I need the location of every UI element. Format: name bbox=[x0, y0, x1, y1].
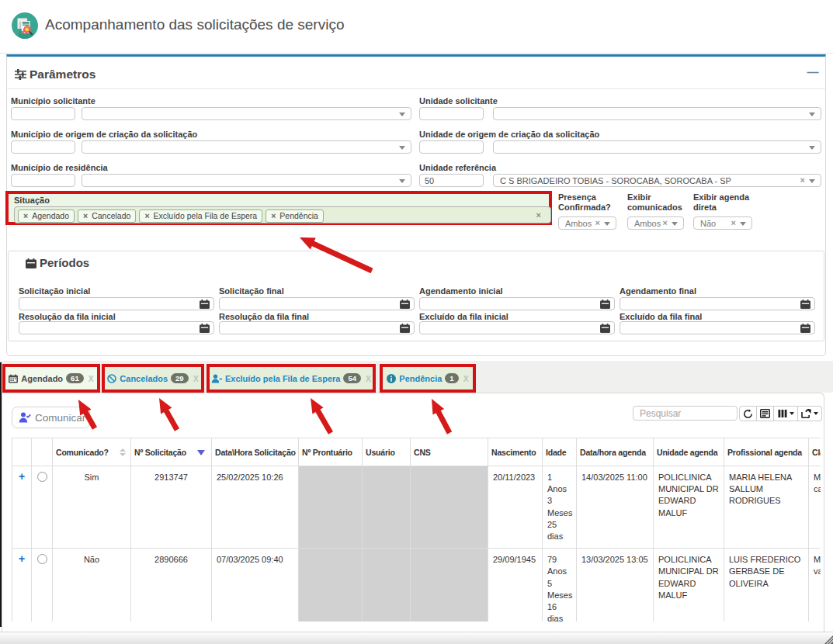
situacao-multiselect[interactable]: ×Agendado ×Cancelado ×Excluído pela Fila… bbox=[14, 206, 551, 223]
service-monitoring-icon bbox=[12, 12, 38, 39]
bottom-scrollbar-track[interactable] bbox=[0, 632, 833, 644]
clear-icon[interactable]: × bbox=[663, 218, 668, 227]
cell-idade: 79 Anos 5 Meses 16 dias bbox=[543, 549, 577, 621]
select-row-radio[interactable] bbox=[32, 466, 53, 549]
solicitacao-final-label: Solicitação final bbox=[219, 286, 284, 296]
comunicar-button[interactable]: Comunicar bbox=[12, 407, 90, 428]
clear-icon[interactable]: × bbox=[595, 218, 600, 227]
close-tab-icon[interactable]: X bbox=[366, 374, 371, 383]
solicitacao-inicial-input[interactable] bbox=[19, 297, 214, 310]
columns-button[interactable] bbox=[774, 406, 798, 421]
situacao-tag[interactable]: ×Excluído pela Fila de Espera bbox=[139, 209, 262, 223]
agendamento-final-input[interactable] bbox=[620, 297, 815, 310]
export-button[interactable] bbox=[798, 406, 822, 421]
municipio-origem-label: Município de origem de criação da solici… bbox=[11, 130, 197, 140]
situacao-tag[interactable]: ×Pendência bbox=[266, 209, 324, 223]
tab-cancelados[interactable]: Cancelados 29 X bbox=[105, 367, 201, 390]
presenca-confirmada-label: Presença Confirmada? bbox=[558, 192, 611, 213]
unidade-referencia-select[interactable]: C S BRIGADEIRO TOBIAS - SOROCABA, SOROCA… bbox=[493, 174, 821, 187]
municipio-solicitante-select[interactable] bbox=[82, 107, 411, 120]
chevron-down-icon bbox=[399, 146, 405, 150]
remove-tag-icon[interactable]: × bbox=[144, 211, 149, 220]
search-input[interactable] bbox=[633, 406, 738, 421]
unidade-origem-code-input[interactable] bbox=[419, 140, 484, 154]
periodos-title: Períodos bbox=[40, 256, 89, 269]
clear-all-icon[interactable]: × bbox=[536, 210, 541, 220]
municipio-origem-code-input[interactable] bbox=[11, 140, 75, 154]
expand-row-button[interactable]: + bbox=[12, 549, 32, 621]
sort-desc-icon[interactable] bbox=[197, 450, 205, 455]
close-tab-icon[interactable]: X bbox=[463, 374, 469, 383]
unidade-origem-select[interactable] bbox=[493, 140, 821, 154]
toggle-view-button[interactable] bbox=[757, 406, 774, 421]
cell-unidade-agenda: POLICLINICA MUNICIPAL DR EDWARD MALUF bbox=[654, 466, 724, 549]
info-icon bbox=[387, 374, 396, 383]
presenca-confirmada-select[interactable]: Ambos× bbox=[558, 216, 616, 230]
refresh-button[interactable] bbox=[739, 406, 757, 421]
agendamento-inicial-input[interactable] bbox=[419, 297, 615, 310]
column-header-classificacao[interactable]: Classificação bbox=[809, 438, 821, 466]
cell-comunicado: Não bbox=[53, 549, 131, 621]
column-header-data-agenda[interactable]: Data/hora agenda bbox=[577, 438, 654, 466]
sort-icon[interactable] bbox=[120, 448, 126, 456]
column-header-cns[interactable]: CNS bbox=[411, 438, 488, 466]
exibir-agenda-direta-select[interactable]: Não× bbox=[693, 216, 752, 230]
situacao-label: Situação bbox=[14, 196, 50, 205]
close-tab-icon[interactable]: X bbox=[89, 374, 94, 383]
resolucao-fila-final-input[interactable] bbox=[219, 321, 415, 334]
column-header-nascimento[interactable]: Nascimento bbox=[488, 438, 543, 466]
resize-grip-icon bbox=[824, 635, 833, 644]
clear-icon[interactable]: × bbox=[731, 218, 736, 227]
cell-profissional-agenda: MARIA HELENA SALLUM RODRIGUES bbox=[724, 466, 809, 549]
municipio-solicitante-code-input[interactable] bbox=[11, 107, 75, 120]
calendar-icon bbox=[200, 299, 210, 309]
chevron-down-icon bbox=[672, 222, 678, 226]
column-header-comunicado[interactable]: Comunicado? bbox=[53, 438, 131, 466]
parameters-panel-header bbox=[6, 57, 826, 89]
collapse-panel-button[interactable]: — bbox=[806, 65, 820, 79]
column-header-profissional-agenda[interactable]: Profissional agenda bbox=[724, 438, 809, 466]
exibir-comunicados-select[interactable]: Ambos× bbox=[627, 216, 684, 230]
remove-tag-icon[interactable]: × bbox=[83, 211, 88, 220]
column-header-solicitacao[interactable]: Nº Solicitação bbox=[131, 438, 212, 466]
remove-tag-icon[interactable]: × bbox=[23, 211, 28, 220]
select-column-header bbox=[32, 438, 53, 466]
column-header-unidade-agenda[interactable]: Unidade agenda bbox=[654, 438, 724, 466]
cell-comunicado: Sim bbox=[53, 466, 131, 549]
column-header-idade[interactable]: Idade bbox=[543, 438, 577, 466]
excluido-fila-final-input[interactable] bbox=[620, 321, 815, 334]
close-tab-icon[interactable]: X bbox=[193, 374, 199, 383]
resolucao-fila-inicial-input[interactable] bbox=[19, 321, 214, 334]
calendar-icon bbox=[600, 299, 610, 309]
unidade-solicitante-label: Unidade solicitante bbox=[419, 96, 498, 106]
solicitacao-final-input[interactable] bbox=[219, 297, 415, 310]
columns-icon bbox=[778, 409, 787, 418]
tab-count-badge: 54 bbox=[343, 373, 361, 383]
unidade-referencia-code-input[interactable] bbox=[419, 174, 484, 187]
card-view-icon bbox=[760, 409, 770, 418]
unidade-solicitante-select[interactable] bbox=[493, 107, 821, 120]
unidade-solicitante-code-input[interactable] bbox=[419, 107, 484, 120]
municipio-residencia-code-input[interactable] bbox=[11, 174, 75, 187]
column-header-data-solicitacao[interactable]: Data\Hora Solicitação bbox=[212, 438, 299, 466]
clear-icon[interactable]: × bbox=[800, 175, 805, 185]
expand-row-button[interactable]: + bbox=[12, 466, 32, 549]
municipio-residencia-select[interactable] bbox=[82, 174, 411, 187]
tab-pendencia[interactable]: Pendência 1 X bbox=[383, 367, 473, 390]
expand-column-header bbox=[12, 438, 32, 466]
situacao-tag[interactable]: ×Cancelado bbox=[78, 209, 136, 223]
tab-agendado[interactable]: Agendado 61 X bbox=[5, 367, 97, 390]
cell-idade: 1 Anos 3 Meses 25 dias bbox=[543, 466, 577, 549]
remove-tag-icon[interactable]: × bbox=[271, 211, 276, 220]
column-header-prontuario[interactable]: Nº Prontuário bbox=[299, 438, 363, 466]
calendar-icon bbox=[600, 324, 610, 333]
tab-excluido-fila-espera[interactable]: Excluído pela Fila de Espera 54 X bbox=[210, 367, 373, 390]
column-header-usuario[interactable]: Usuário bbox=[363, 438, 411, 466]
select-row-radio[interactable] bbox=[32, 549, 53, 621]
agendamento-final-label: Agendamento final bbox=[620, 286, 696, 296]
cell-usuario-redacted bbox=[363, 549, 411, 621]
municipio-origem-select[interactable] bbox=[82, 140, 411, 154]
excluido-fila-inicial-input[interactable] bbox=[419, 321, 615, 334]
situacao-tag[interactable]: ×Agendado bbox=[18, 209, 75, 223]
cell-profissional-agenda: LUIS FREDERICO GERBASE DE OLIVEIRA bbox=[724, 549, 809, 621]
